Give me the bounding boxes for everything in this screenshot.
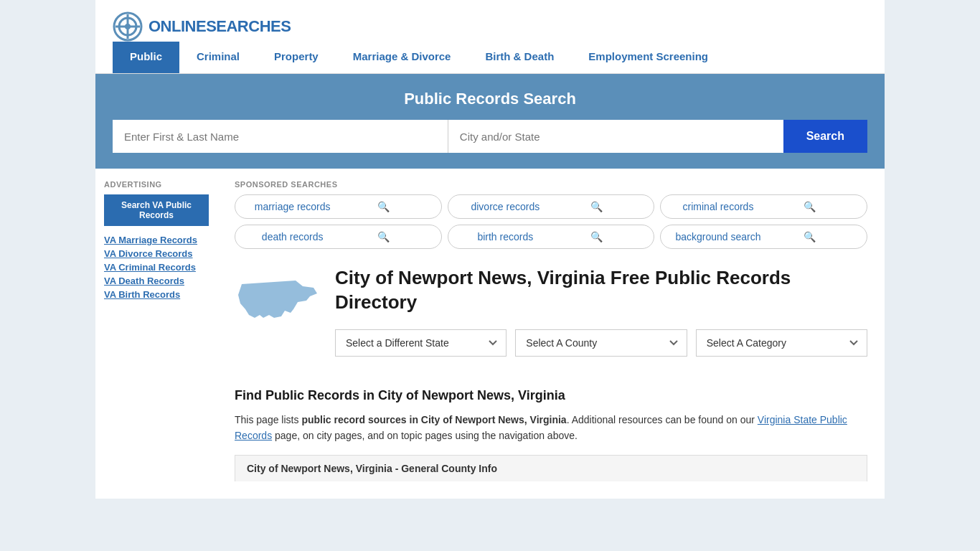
nav-item-marriage-divorce[interactable]: Marriage & Divorce bbox=[336, 42, 468, 73]
county-info-bar: City of Newport News, Virginia - General… bbox=[235, 455, 867, 481]
find-description: This page lists public record sources in… bbox=[235, 412, 867, 444]
title-section: City of Newport News, Virginia Free Publ… bbox=[235, 266, 867, 374]
category-dropdown[interactable]: Select A Category bbox=[696, 329, 867, 357]
find-desc-before: This page lists bbox=[235, 414, 301, 425]
search-button[interactable]: Search bbox=[783, 120, 867, 153]
find-title: Find Public Records in City of Newport N… bbox=[235, 388, 867, 403]
sponsored-label: SPONSORED SEARCHES bbox=[235, 180, 867, 189]
search-icon-criminal: 🔍 bbox=[764, 201, 855, 212]
advertising-label: Advertising bbox=[104, 180, 209, 189]
sponsored-item-birth[interactable]: birth records 🔍 bbox=[448, 225, 655, 249]
sponsored-grid: marriage records 🔍 divorce records 🔍 cri… bbox=[235, 194, 867, 249]
sponsored-label-marriage: marriage records bbox=[247, 201, 338, 212]
sidebar-link-va-marriage[interactable]: VA Marriage Records bbox=[104, 235, 209, 245]
sponsored-item-background[interactable]: background search 🔍 bbox=[660, 225, 867, 249]
search-form: Search bbox=[113, 120, 867, 153]
sponsored-label-death: death records bbox=[247, 231, 338, 242]
sponsored-item-divorce[interactable]: divorce records 🔍 bbox=[448, 194, 655, 219]
sponsored-label-background: background search bbox=[672, 231, 763, 242]
sidebar-link-va-death[interactable]: VA Death Records bbox=[104, 276, 209, 286]
title-right: City of Newport News, Virginia Free Publ… bbox=[335, 266, 867, 374]
search-name-input[interactable] bbox=[113, 120, 448, 153]
find-desc-after: . Additional resources can be found on o… bbox=[567, 414, 758, 425]
search-icon-divorce: 🔍 bbox=[551, 201, 642, 212]
sponsored-item-death[interactable]: death records 🔍 bbox=[235, 225, 442, 249]
dropdown-row: Select a Different State Select A County… bbox=[335, 329, 867, 357]
page-title: City of Newport News, Virginia Free Publ… bbox=[335, 266, 867, 315]
state-map bbox=[235, 266, 321, 340]
sponsored-label-birth: birth records bbox=[460, 231, 551, 242]
logo-icon bbox=[113, 11, 143, 42]
logo[interactable]: ONLINESEARCHES bbox=[113, 11, 291, 42]
sponsored-item-marriage[interactable]: marriage records 🔍 bbox=[235, 194, 442, 219]
search-icon-background: 🔍 bbox=[764, 231, 855, 242]
nav-item-employment[interactable]: Employment Screening bbox=[571, 42, 725, 73]
logo-text: ONLINESEARCHES bbox=[149, 17, 291, 36]
search-icon-marriage: 🔍 bbox=[338, 201, 429, 212]
content-area: Advertising Search VA Public Records VA … bbox=[95, 169, 885, 499]
state-dropdown[interactable]: Select a Different State bbox=[335, 329, 507, 357]
sidebar-link-va-criminal[interactable]: VA Criminal Records bbox=[104, 262, 209, 273]
search-banner: Public Records Search Search bbox=[95, 74, 885, 169]
county-dropdown[interactable]: Select A County bbox=[515, 329, 687, 357]
find-desc-bold: public record sources in City of Newport… bbox=[301, 414, 566, 425]
search-icon-birth: 🔍 bbox=[551, 231, 642, 242]
sponsored-item-criminal[interactable]: criminal records 🔍 bbox=[660, 194, 867, 219]
sidebar-link-va-divorce[interactable]: VA Divorce Records bbox=[104, 248, 209, 259]
search-icon-death: 🔍 bbox=[338, 231, 429, 242]
main-content: SPONSORED SEARCHES marriage records 🔍 di… bbox=[217, 169, 885, 499]
find-desc-end: page, on city pages, and on topic pages … bbox=[272, 430, 578, 441]
search-banner-title: Public Records Search bbox=[113, 90, 867, 108]
main-nav: Public Criminal Property Marriage & Divo… bbox=[95, 42, 885, 74]
sidebar-link-va-birth[interactable]: VA Birth Records bbox=[104, 289, 209, 300]
sidebar: Advertising Search VA Public Records VA … bbox=[95, 169, 217, 499]
nav-item-criminal[interactable]: Criminal bbox=[179, 42, 257, 73]
sponsored-label-divorce: divorce records bbox=[460, 201, 551, 212]
sidebar-search-button[interactable]: Search VA Public Records bbox=[104, 194, 209, 226]
header: ONLINESEARCHES bbox=[95, 0, 885, 42]
nav-item-public[interactable]: Public bbox=[113, 42, 179, 73]
sponsored-label-criminal: criminal records bbox=[672, 201, 763, 212]
nav-item-birth-death[interactable]: Birth & Death bbox=[468, 42, 571, 73]
nav-item-property[interactable]: Property bbox=[257, 42, 336, 73]
search-location-input[interactable] bbox=[448, 120, 783, 153]
